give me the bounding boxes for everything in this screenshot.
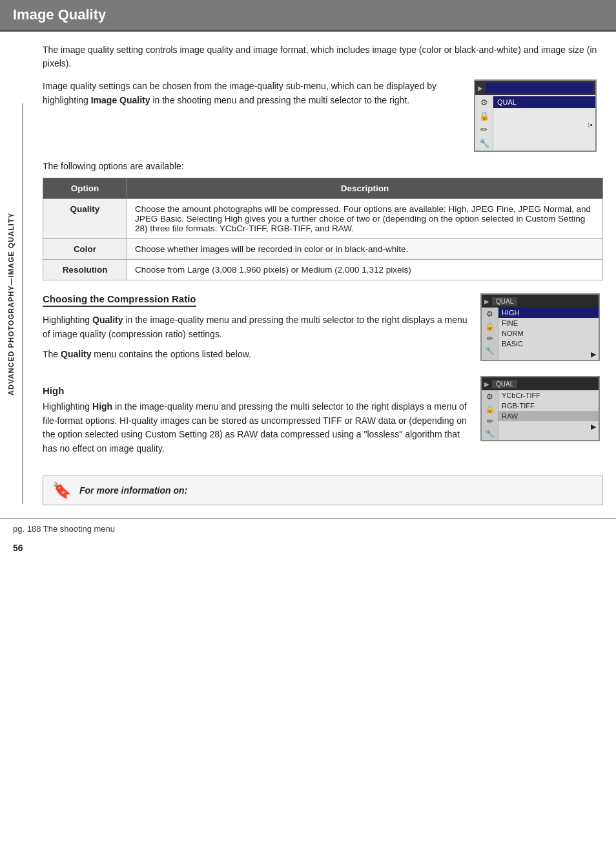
menu-item-2 xyxy=(493,108,595,120)
compression-heading: Choosing the Compression Ratio xyxy=(43,293,196,307)
table-cell-option: Resolution xyxy=(43,260,127,280)
menu3-item-raw: RAW xyxy=(498,411,599,421)
menu2-play-icon: ▶ xyxy=(484,298,489,305)
info-icon: 🔖 xyxy=(52,481,72,499)
menu-icon-2: 🔒 xyxy=(479,111,489,121)
page-number: 56 xyxy=(0,539,616,557)
compression-section: Choosing the Compression Ratio Highlight… xyxy=(43,293,603,368)
menu3-arrow: ▶ xyxy=(591,423,596,431)
page-header: Image Quality xyxy=(0,0,616,30)
high-para: Highlighting High in the image-quality m… xyxy=(43,400,470,456)
menu-item-right: ⁝▪ xyxy=(493,120,595,131)
info-text: For more information on: xyxy=(79,485,187,496)
table-cell-option: Quality xyxy=(43,199,127,239)
table-row: QualityChoose the amount photographs wil… xyxy=(43,199,603,239)
intro-text-col: Image quality settings can be chosen fro… xyxy=(43,79,464,114)
menu2-item-norm: NORM xyxy=(498,328,599,339)
menu-item-qual: QUAL xyxy=(493,96,595,108)
menu2-body: ⚙ 🔒 ✏ 🔧 HIGH FINE NORM BASIC ▶ xyxy=(482,308,599,360)
table-cell-option: Color xyxy=(43,239,127,260)
menu3-items: YCbCr-TIFF RGB-TIFF RAW ▶ xyxy=(498,390,599,440)
menu3-icon2: 🔒 xyxy=(485,404,495,414)
menu3-item-rgb: RGB-TIFF xyxy=(498,401,599,411)
menu3-play-icon: ▶ xyxy=(484,381,489,388)
menu3-item-ycbcr: YCbCr-TIFF xyxy=(498,390,599,401)
menu2-arrow-row: ▶ xyxy=(498,349,599,360)
footer-ref: pg. 188 The shooting menu xyxy=(13,524,115,534)
main-content: The image quality setting controls image… xyxy=(30,43,616,518)
camera-menu-1-container: ▶ ⚙ 🔒 ✏ 🔧 QUAL ⁝▪ xyxy=(474,79,603,152)
menu2-arrow: ▶ xyxy=(591,350,596,359)
menu-icons-col: ⚙ 🔒 ✏ 🔧 xyxy=(475,95,493,151)
menu2-icons: ⚙ 🔒 ✏ 🔧 xyxy=(482,308,498,360)
options-available-line: The following options are available: xyxy=(43,161,603,171)
menu3-body: ⚙ 🔒 ✏ 🔧 YCbCr-TIFF RGB-TIFF RAW ▶ xyxy=(482,390,599,440)
high-section: High Highlighting High in the image-qual… xyxy=(43,376,603,463)
compression-text-col: Choosing the Compression Ratio Highlight… xyxy=(43,293,470,368)
menu-top-bar: ▶ xyxy=(475,81,595,95)
menu-sidebar: ⚙ 🔒 ✏ 🔧 QUAL ⁝▪ xyxy=(475,95,595,151)
sidebar-label: ADVANCED PHOTOGRAPHY—IMAGE QUALITY xyxy=(0,103,23,504)
footer-line: pg. 188 The shooting menu xyxy=(0,518,616,539)
options-table: Option Description QualityChoose the amo… xyxy=(43,178,603,280)
menu3-icon1: ⚙ xyxy=(486,392,493,401)
table-header-description: Description xyxy=(127,178,603,199)
camera-menu-3-container: ▶ QUAL ⚙ 🔒 ✏ 🔧 YCbCr-TIFF RGB-TIFF RAW xyxy=(480,376,603,441)
menu3-icon4: 🔧 xyxy=(485,429,495,438)
menu2-item-high: HIGH xyxy=(498,308,599,318)
menu-icon-4: 🔧 xyxy=(479,138,489,148)
menu2-icon4: 🔧 xyxy=(485,346,495,355)
menu-icon-3: ✏ xyxy=(480,125,488,134)
camera-menu-2: ▶ QUAL ⚙ 🔒 ✏ 🔧 HIGH FINE NORM BASIC xyxy=(480,293,600,361)
compression-para1: Highlighting Quality in the image-qualit… xyxy=(43,313,470,341)
intro-two-col: Image quality settings can be chosen fro… xyxy=(43,79,603,152)
sub-icon: ⁝▪ xyxy=(588,121,593,129)
page-title: Image Quality xyxy=(13,6,603,23)
menu2-icon2: 🔒 xyxy=(485,322,495,331)
menu2-items: HIGH FINE NORM BASIC ▶ xyxy=(498,308,599,360)
high-text-col: High Highlighting High in the image-qual… xyxy=(43,376,470,463)
camera-menu-2-container: ▶ QUAL ⚙ 🔒 ✏ 🔧 HIGH FINE NORM BASIC xyxy=(480,293,603,361)
menu2-item-basic: BASIC xyxy=(498,339,599,349)
menu2-label: QUAL xyxy=(492,297,517,306)
table-row: ResolutionChoose from Large (3,008 1,960… xyxy=(43,260,603,280)
menu-icon-1: ⚙ xyxy=(480,98,488,107)
table-cell-desc: Choose from Large (3,008 1,960 pixels) o… xyxy=(127,260,603,280)
menu2-top-bar: ▶ QUAL xyxy=(482,295,599,308)
menu2-item-fine: FINE xyxy=(498,318,599,328)
intro-para2: Image quality settings can be chosen fro… xyxy=(43,79,464,107)
play-icon: ▶ xyxy=(478,85,483,92)
menu2-icon3: ✏ xyxy=(487,334,493,343)
table-header-option: Option xyxy=(43,178,127,199)
menu3-icons: ⚙ 🔒 ✏ 🔧 xyxy=(482,390,498,440)
menu3-top-bar: ▶ QUAL xyxy=(482,377,599,390)
camera-menu-1: ▶ ⚙ 🔒 ✏ 🔧 QUAL ⁝▪ xyxy=(474,79,597,152)
intro-para1: The image quality setting controls image… xyxy=(43,43,603,70)
camera-menu-3: ▶ QUAL ⚙ 🔒 ✏ 🔧 YCbCr-TIFF RGB-TIFF RAW xyxy=(480,376,600,441)
info-box: 🔖 For more information on: xyxy=(43,476,603,505)
menu3-label: QUAL xyxy=(492,380,517,388)
menu-items-col: QUAL ⁝▪ xyxy=(493,95,595,151)
table-cell-desc: Choose whether images will be recorded i… xyxy=(127,239,603,260)
menu2-icon1: ⚙ xyxy=(486,309,493,319)
table-cell-desc: Choose the amount photographs will be co… xyxy=(127,199,603,239)
high-heading: High xyxy=(43,385,470,396)
menu3-arrow-row: ▶ xyxy=(498,421,599,432)
compression-para2: The Quality menu contains the options li… xyxy=(43,348,470,362)
table-row: ColorChoose whether images will be recor… xyxy=(43,239,603,260)
menu3-icon3: ✏ xyxy=(487,417,493,426)
top-border xyxy=(0,30,616,32)
